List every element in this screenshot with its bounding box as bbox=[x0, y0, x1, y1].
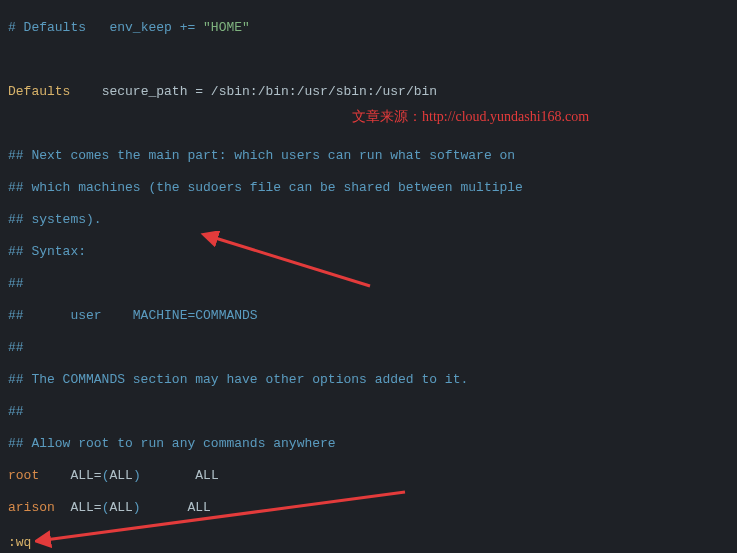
code-line bbox=[8, 52, 729, 68]
code-line bbox=[8, 532, 729, 548]
code-line: ## which machines (the sudoers file can … bbox=[8, 180, 729, 196]
code-line: ## The COMMANDS section may have other o… bbox=[8, 372, 729, 388]
comment-text: # bbox=[8, 20, 16, 35]
root-rule-line: root ALL=(ALL) ALL bbox=[8, 468, 729, 484]
watermark-text: 文章来源：http://cloud.yundashi168.com bbox=[352, 109, 589, 125]
code-line: ## bbox=[8, 404, 729, 420]
text-editor[interactable]: # Defaults env_keep += "HOME" Defaults s… bbox=[0, 0, 737, 553]
code-line: ## Syntax: bbox=[8, 244, 729, 260]
arison-rule-line: arison ALL=(ALL) ALL bbox=[8, 500, 729, 516]
code-line: ## user MACHINE=COMMANDS bbox=[8, 308, 729, 324]
watermark-label: 文章来源： bbox=[352, 109, 422, 124]
code-line: Defaults secure_path = /sbin:/bin:/usr/s… bbox=[8, 84, 729, 100]
code-line: ## Allow root to run any commands anywhe… bbox=[8, 436, 729, 452]
code-line: ## bbox=[8, 276, 729, 292]
vim-command-line[interactable]: :wq bbox=[8, 535, 31, 551]
code-line: ## Next comes the main part: which users… bbox=[8, 148, 729, 164]
watermark-url: http://cloud.yundashi168.com bbox=[422, 109, 589, 124]
code-line: ## bbox=[8, 340, 729, 356]
vim-command-text: :wq bbox=[8, 535, 31, 550]
code-line: ## systems). bbox=[8, 212, 729, 228]
code-line: # Defaults env_keep += "HOME" bbox=[8, 20, 729, 36]
